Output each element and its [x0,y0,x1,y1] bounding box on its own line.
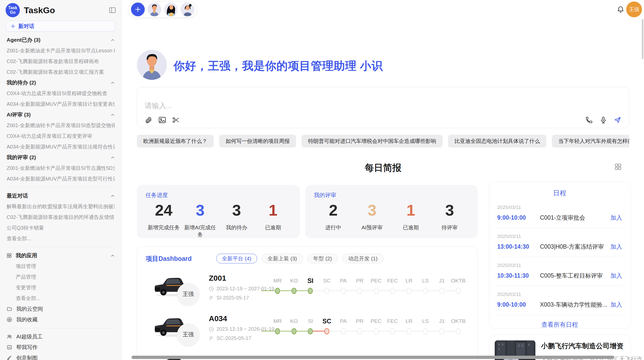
join-button[interactable]: 加入 [610,301,622,309]
chat-input[interactable] [145,101,552,113]
milestone-node [357,288,362,294]
suggestion-chip[interactable]: 欧洲新规最近颁布了什么？ [137,135,214,147]
stat-label: 已逾期 [255,224,291,231]
project-milestone-tag: SI-2025-05-17 [216,295,249,301]
milestone-label: SI [302,276,319,285]
recent-conversation-item[interactable]: 查看全部... [7,233,115,244]
attachment-icon[interactable] [145,116,152,124]
sidebar-item[interactable]: Z001-全新燃油轻卡产品开发项目SI造型提交物评审 [7,120,115,131]
sidebar-section-my-apps[interactable]: 我的应用 [7,250,115,261]
app-item[interactable]: 产品管理 [7,272,115,282]
milestone: PA [335,317,352,339]
sidebar-item[interactable]: A034-全新新能源MUV产品开发项目计划变更表编写 [7,99,115,109]
milestone-label: SC [319,317,335,325]
dashboard-tab[interactable]: 全新上装 (3) [262,254,303,263]
sidebar-list: Z001-全新燃油轻卡产品开发项目SI节点属性5D文件评审A034-全新新能源M… [7,163,115,184]
sidebar-section-recent[interactable]: 最近对话 [7,190,115,201]
plus-icon [135,6,141,13]
app-item[interactable]: 项目管理 [7,261,115,272]
join-button[interactable]: 加入 [610,272,622,280]
project-row-z001[interactable]: 王强 Z001 2023-12-19 ~ 2027-01-19 SI-2025-… [137,273,477,306]
notification-bell-icon[interactable] [617,5,625,14]
stat: 1 已逾期 [255,201,291,238]
view-all-schedule-link[interactable]: 查看所有日程 [497,321,623,329]
scissors-icon[interactable] [172,116,180,124]
app-item[interactable]: 查看全部... [7,293,115,304]
sidebar-item-ai-employee[interactable]: AI超级员工 [0,331,121,342]
event-time: 9:00-10:00 [497,214,540,221]
sidebar-apps: 我的应用 项目管理产品管理变更管理查看全部... [0,250,121,304]
sidebar-section-my-todo[interactable]: 我的待办 (2) [7,77,115,88]
dashboard-tab[interactable]: 动总开发 (1) [342,254,384,263]
my-review-card: 我的评审 2 进行中 3 AI预评审 1 已逾期 3 [305,185,478,238]
assistant-avatar [137,50,167,80]
sidebar-item[interactable]: C0X4-动力总成开发项目工程变更评审 [7,131,115,141]
milestone-label: OKTB [450,276,467,285]
sidebar-item[interactable]: Z001-全新燃油皮卡产品开发项目SI节点Lesson Learn报告 [7,45,115,56]
agent-avatar-3[interactable] [181,3,194,16]
sidebar-item[interactable]: C02-飞腾新能源轻客改款项目立项汇报方案 [7,67,115,77]
user-avatar[interactable]: 王强 [626,2,642,17]
milestone: KO [286,276,302,298]
sidebar-section-ai-review[interactable]: AI评审 (3) [7,109,115,120]
milestone-label: MR [269,276,286,285]
add-agent-button[interactable] [131,3,145,16]
new-chat-button[interactable]: 新对话 [6,21,115,32]
horizontal-scrollbar[interactable] [131,356,614,359]
dashboard-header: 项目Dashboard 全新平台 (4)全新上装 (3)年型 (2)动总开发 (… [137,247,477,263]
layout-grid-icon[interactable] [614,163,622,170]
milestone-label: KO [286,317,302,325]
send-icon[interactable] [614,116,621,124]
sidebar-item-help-write[interactable]: 帮我写作 [0,342,121,353]
dashboard-tab[interactable]: 年型 (2) [308,254,338,263]
milestone: PEC [368,317,385,339]
schedule-title: 日程 [497,189,623,198]
suggestion-chip[interactable]: 特朗普可能对进口汽车增税会对中国车企造成哪些影响 [302,135,443,147]
suggestion-chip[interactable]: 当下年轻人对汽车外观有怎样的喜好趋势 [552,135,629,147]
agent-avatar-1[interactable] [148,3,161,16]
milestone-node [423,288,428,294]
recent-conversation-item[interactable]: 公司Q3轻卡销量 [7,222,115,233]
suggestion-chip[interactable]: 如何写一份清晰的项目周报 [219,135,296,147]
milestone-label: PR [352,317,368,325]
app-item[interactable]: 变更管理 [7,282,115,293]
stat-label: AI预评审 [353,224,392,231]
sidebar-item[interactable]: A034-全新新能源MUV产品开发项目造型可行性评审 [7,173,115,184]
sidebar-item[interactable]: C0X4-动力总成开发项目SI里程碑提交物检查 [7,88,115,99]
image-icon[interactable] [158,116,166,124]
sidebar-item[interactable]: A034-全新新能源MUV产品开发项目法规符合性评审 [7,141,115,152]
suggestion-chip[interactable]: 比亚迪全固态电池计划具体说了什么 [448,135,546,147]
sidebar-item[interactable]: Z001-全新燃油轻卡产品开发项目SI节点属性5D文件评审 [7,163,115,173]
recent-conversation-item[interactable]: C02-飞腾新能源轻客改款项目的闭环通告反馈情况 [7,212,115,222]
phone-icon[interactable] [585,116,593,124]
sidebar-list: Z001-全新燃油轻卡产品开发项目SI造型提交物评审C0X4-动力总成开发项目工… [7,120,115,152]
sidebar-item-creative-draw[interactable]: 创意制图 [0,353,121,360]
collapse-sidebar-icon[interactable] [109,6,116,14]
recent-conversation-item[interactable]: 解释最新出台的欧盟报废车法规再生塑料比例被调至15%... [7,201,115,212]
sidebar-section-my-review[interactable]: 我的评审 (2) [7,152,115,163]
milestone: PR [352,317,368,339]
milestone-node [456,288,461,294]
milestone: LR [401,276,417,298]
sidebar-item[interactable]: C02-飞腾新能源轻客改款项目里程碑画布 [7,56,115,67]
milestone: SI [302,317,319,339]
stat-value: 3 [218,201,255,219]
join-button[interactable]: 加入 [610,243,622,251]
new-chat-label: 新对话 [18,23,34,30]
vertical-scrollbar[interactable] [642,19,643,59]
schedule-event: 2025/03/11 9:00-10:00 C001-立项审批会 加入 [497,199,623,228]
sidebar-item-favorites[interactable]: 我的收藏 [0,314,121,325]
agent-avatar-2[interactable] [164,3,178,16]
project-row-a034[interactable]: 王强 A034 2023-12-19 ~ 2026-01-19 SC-2025-… [137,314,477,347]
stat-value: 3 [182,201,218,219]
schedule-event: 2025/03/11 13:00-14:30 C003|H0B-方案冻结评审 加… [497,228,623,257]
sidebar-item-cloud-space[interactable]: 我的云空间 [0,304,121,314]
milestone: PA [335,276,352,298]
microphone-icon[interactable] [599,116,607,124]
sidebar-section-agent-done[interactable]: Agent已办 (3) [7,35,115,45]
milestone-node [390,288,395,294]
join-button[interactable]: 加入 [610,214,622,222]
dashboard-tab[interactable]: 全新平台 (4) [216,254,257,263]
milestone-node [324,288,329,294]
milestone-node [374,328,379,334]
